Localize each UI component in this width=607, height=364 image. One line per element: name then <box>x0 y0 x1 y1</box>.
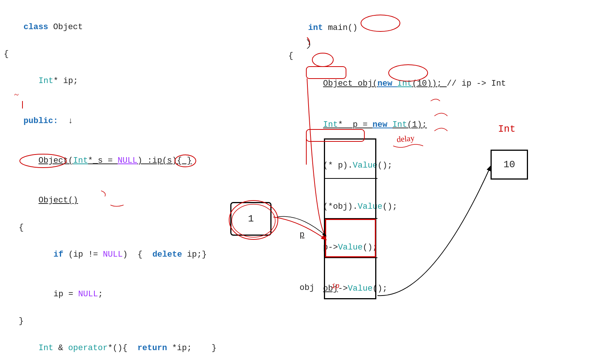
class-name: Object <box>53 22 83 32</box>
main-header: int main() <box>288 7 607 49</box>
keyword-public: public: <box>24 116 58 126</box>
code-line-9: ip = NULL; <box>30 275 285 314</box>
memory-diagram <box>324 138 376 299</box>
ip-memory-label: ip <box>331 282 340 290</box>
p-memory-label: p <box>300 230 304 239</box>
obj-memory-label: obj <box>300 283 315 293</box>
destructor-decl: Object() <box>39 196 78 205</box>
keyword-if: if <box>54 250 69 259</box>
stack-cell-p <box>325 219 376 257</box>
code-line-5: Object(Int*_s = NULL) :ip(s){ } <box>15 141 285 181</box>
box-value-1: 1 <box>230 202 271 236</box>
keyword-class: class <box>24 22 53 32</box>
code-line-2: { <box>0 47 285 61</box>
code-line-3: Int* ip; <box>0 61 285 101</box>
code-line-1: class Object <box>0 7 285 47</box>
code-line-11: Int & operator*(){ return *ip; } <box>15 328 285 364</box>
code-line-4: public: ↓ <box>0 101 285 141</box>
stack-cell-2 <box>325 179 377 219</box>
constructor-decl: Object( <box>39 156 73 165</box>
main-line-1: Object obj(new Int(10)); // ip -> Int <box>303 63 607 104</box>
stack-cell-obj <box>325 257 377 299</box>
box-value-10: 10 <box>491 150 528 180</box>
type-int: Int <box>39 76 54 86</box>
code-panel: class Object { Int* ip; public: ↓ Object… <box>0 7 285 364</box>
code-line-10: } <box>15 314 285 328</box>
int-label-right: Int <box>498 123 516 135</box>
main-brace-open: { <box>288 49 607 63</box>
code-line-8: if (ip != NULL) { delete ip;} <box>30 235 285 275</box>
stack-frame <box>324 138 376 299</box>
stack-cell-1 <box>325 140 377 179</box>
